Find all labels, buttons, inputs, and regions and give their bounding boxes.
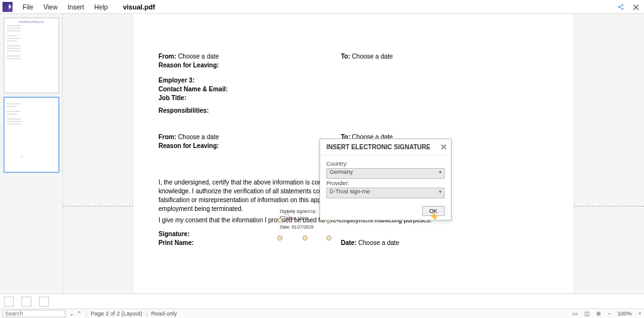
signature-label: Signature: — [158, 230, 189, 237]
provider-label: Provider: — [326, 180, 445, 186]
menu-help[interactable]: Help — [89, 3, 113, 11]
share-icon[interactable] — [617, 3, 625, 13]
menu-view[interactable]: View — [38, 3, 63, 11]
page-info: Page 2 of 2 (Layout) — [91, 310, 142, 317]
tool-icon-1[interactable] — [4, 297, 14, 307]
country-label: Country: — [326, 161, 445, 167]
resize-handle[interactable] — [303, 236, 308, 241]
tool-icon-3[interactable] — [39, 297, 49, 307]
thumbnail-page-2[interactable]: ━━━━━ ━━━━━━━━━━━━━━━━━━ ━━━━━━━━━━━━━━━… — [4, 97, 59, 173]
svg-point-1 — [622, 4, 623, 6]
thumbnail-signature-mark: A — [20, 154, 23, 159]
resize-handle[interactable] — [277, 236, 282, 241]
app-logo — [3, 2, 13, 12]
resize-handle[interactable] — [326, 236, 331, 241]
svg-point-0 — [618, 6, 619, 8]
zoom-in-icon[interactable]: + — [638, 310, 641, 317]
layout-icon-2[interactable]: ◫ — [584, 310, 590, 317]
dialog-close-icon[interactable]: ✕ — [440, 142, 447, 152]
job-title-label: Job Title: — [158, 94, 186, 101]
readonly-indicator: Read-only — [151, 310, 177, 317]
sign-date: Date: 01/27/2015 — [280, 225, 330, 229]
menu-insert[interactable]: Insert — [63, 3, 89, 11]
thumbnail-panel: RocketResumeShop.com ━━━━━━━━━━━━━━━━ ━━… — [0, 14, 63, 309]
chevron-down-icon[interactable]: ⌄ — [69, 310, 74, 317]
window-close-icon[interactable]: ✕ — [632, 2, 640, 13]
thumbnail-page-1[interactable]: RocketResumeShop.com ━━━━━━━━━━━━━━━━ ━━… — [4, 18, 59, 93]
tool-icon-2[interactable] — [21, 297, 31, 307]
status-bar: ⌄ ⌃ | Page 2 of 2 (Layout) | Read-only ▭… — [0, 309, 644, 318]
reason-leaving-label: Reason for Leaving: — [158, 62, 219, 69]
fit-icon[interactable]: ⊕ — [596, 310, 601, 317]
resize-handle[interactable] — [277, 218, 282, 223]
from-value-2: Choose a date — [178, 133, 219, 140]
country-select[interactable]: Germany — [326, 168, 445, 179]
employer3-label: Employer 3: — [158, 77, 194, 84]
document-title: visual.pdf — [123, 3, 155, 11]
menu-bar: File View Insert Help visual.pdf ✕ — [0, 0, 644, 14]
provider-select[interactable]: D-Trust sign-me — [326, 188, 445, 198]
reason-leaving-label-2: Reason for Leaving: — [158, 142, 219, 149]
signature-mark-icon: A — [282, 208, 294, 225]
ok-button[interactable]: OK 👆 — [422, 206, 445, 216]
menu-file[interactable]: File — [18, 3, 38, 11]
contact-name-email-label: Contact Name & Email: — [158, 86, 228, 93]
bottom-toolbar — [0, 293, 644, 309]
from-label-2: From: — [158, 133, 176, 140]
to-label: To: — [341, 53, 350, 60]
svg-point-2 — [622, 8, 623, 9]
date-label: Date: — [341, 239, 357, 246]
dialog-title-text: INSERT ELECTRONIC SIGNATURE — [326, 144, 430, 150]
print-name-label: Print Name: — [158, 239, 194, 246]
search-input[interactable] — [3, 310, 65, 317]
canvas: From: Choose a date To: Choose a date Re… — [63, 14, 644, 309]
from-label: From: — [158, 53, 176, 60]
zoom-level[interactable]: 100% — [618, 310, 632, 317]
chevron-up-icon[interactable]: ⌃ — [77, 310, 82, 317]
responsibilities-label: Responsibilities: — [158, 107, 209, 114]
layout-icon-1[interactable]: ▭ — [572, 310, 578, 317]
to-value: Choose a date — [352, 53, 393, 60]
date-value: Choose a date — [358, 239, 399, 246]
zoom-out-icon[interactable]: − — [608, 310, 611, 317]
from-value: Choose a date — [178, 53, 219, 60]
insert-signature-dialog: INSERT ELECTRONIC SIGNATURE ✕ Country: G… — [319, 139, 452, 220]
